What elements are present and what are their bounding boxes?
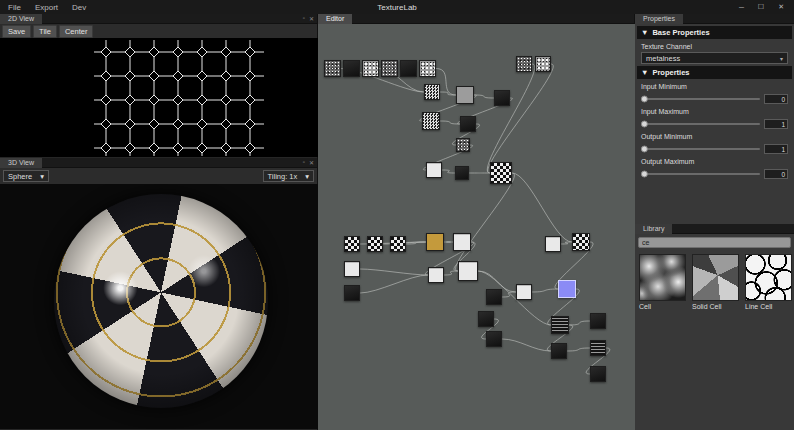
graph-node-noise[interactable] [516,56,532,72]
graph-node-noise2[interactable] [419,60,436,77]
library-thumbnail-line-cell[interactable] [745,254,792,301]
graph-node-gold[interactable] [426,233,444,251]
center-button[interactable]: Center [59,25,94,38]
graph-node-checker[interactable] [390,236,406,252]
tab-3d-view[interactable]: 3D View [0,158,42,168]
library-thumbnail-cell[interactable] [639,254,686,301]
slider-thumb[interactable] [641,146,648,153]
undock-icon[interactable]: ▫ [303,159,305,166]
maximize-icon[interactable]: ☐ [752,3,770,11]
slider-row: 0 [635,92,794,104]
library-item[interactable]: Cell [639,254,686,310]
graph-node-noise[interactable] [381,60,398,77]
graph-node-dark[interactable] [455,166,469,180]
graph-node-dark[interactable] [494,90,510,106]
minimize-icon[interactable]: ─ [733,4,750,11]
texture-channel-label: Texture Channel [635,39,794,52]
tiling-select[interactable]: Tiling: 1x ▾ [263,170,315,182]
library-item[interactable]: Line Cell [745,254,792,310]
slider-row: 1 [635,117,794,129]
graph-node-dark[interactable] [478,311,494,327]
graph-node-gray[interactable] [456,86,474,104]
graph-node-dark[interactable] [344,285,360,301]
undock-icon[interactable]: ▫ [303,15,305,22]
model-select[interactable]: Sphere ▾ [3,170,49,182]
graph-node-dark[interactable] [460,116,476,132]
save-button[interactable]: Save [2,25,31,38]
graph-node-checker[interactable] [367,236,383,252]
menu-export[interactable]: Export [35,3,58,12]
section-caret-icon: ▼ [641,28,648,37]
tab-editor[interactable]: Editor [318,14,352,24]
library-thumbnail-solid-cell[interactable] [692,254,739,301]
slider-track[interactable] [641,148,760,150]
tab-properties[interactable]: Properties [635,14,683,24]
texture-grid-preview [94,40,264,156]
3d-header-icons: ▫ ✕ [303,159,317,166]
slider-track[interactable] [641,98,760,100]
library-search-input[interactable] [638,237,791,248]
3d-toolbar: Sphere ▾ Tiling: 1x ▾ [0,168,317,184]
library-item-label: Cell [639,301,686,310]
graph-node-white[interactable] [426,162,442,178]
texture-channel-select[interactable]: metalness ▾ [641,52,788,64]
graph-node-checker[interactable] [490,162,512,184]
tile-button[interactable]: Tile [33,25,57,38]
graph-node-white[interactable] [458,261,478,281]
2d-canvas[interactable] [0,38,318,157]
graph-node-lines[interactable] [551,316,569,334]
panel-properties: Properties ▼ Base Properties Texture Cha… [635,14,794,224]
graph-node-checker[interactable] [344,236,360,252]
3d-sphere-preview[interactable] [54,194,268,408]
slider-value-box[interactable]: 0 [764,94,788,104]
graph-node-noise2[interactable] [535,56,551,72]
slider-label: Input Maximum [635,104,794,117]
slider-group: Input Minimum 0 [635,79,794,104]
graph-node-dark[interactable] [590,313,606,329]
chevron-down-icon: ▾ [780,55,783,62]
graph-node-white[interactable] [453,233,471,251]
node-graph-canvas[interactable] [318,24,635,430]
slider-thumb[interactable] [641,121,648,128]
graph-node-dark[interactable] [590,366,606,382]
graph-node-noise[interactable] [324,60,341,77]
slider-track[interactable] [641,123,760,125]
graph-node-noise2[interactable] [362,60,379,77]
slider-thumb[interactable] [641,96,648,103]
tab-library[interactable]: Library [635,224,672,234]
slider-value-box[interactable]: 0 [764,169,788,179]
graph-node-noise[interactable] [456,138,470,152]
close-icon[interactable]: ✕ [309,15,314,22]
graph-node-dots[interactable] [422,112,440,130]
graph-node-dots[interactable] [424,84,440,100]
graph-node-white[interactable] [516,284,532,300]
panel-3d-view: 3D View ▫ ✕ Sphere ▾ Tiling: 1x ▾ [0,158,318,430]
slider-value-box[interactable]: 1 [764,144,788,154]
close-icon[interactable]: ✕ [772,3,790,11]
graph-node-dark[interactable] [486,331,502,347]
graph-node-lines[interactable] [590,340,606,356]
menu-dev[interactable]: Dev [72,3,86,12]
graph-node-dark[interactable] [486,289,502,305]
graph-node-white[interactable] [428,267,444,283]
base-properties-section[interactable]: ▼ Base Properties [637,26,792,39]
properties-section[interactable]: ▼ Properties [637,66,792,79]
slider-value-box[interactable]: 1 [764,119,788,129]
close-icon[interactable]: ✕ [309,159,314,166]
library-item[interactable]: Solid Cell [692,254,739,310]
graph-node-dark[interactable] [343,60,360,77]
slider-thumb[interactable] [641,171,648,178]
slider-group: Output Maximum 0 [635,154,794,179]
graph-node-white[interactable] [545,236,561,252]
graph-node-white[interactable] [344,261,360,277]
library-item-grid: Cell Solid Cell Line Cell [635,248,794,316]
graph-node-dark[interactable] [400,60,417,77]
tab-2d-view[interactable]: 2D View [0,14,42,24]
slider-group: Input Maximum 1 [635,104,794,129]
graph-node-blue[interactable] [558,280,576,298]
slider-track[interactable] [641,173,760,175]
3d-viewport[interactable] [0,184,318,429]
menu-file[interactable]: File [8,3,21,12]
graph-node-checker[interactable] [572,233,590,251]
graph-node-dark[interactable] [551,343,567,359]
